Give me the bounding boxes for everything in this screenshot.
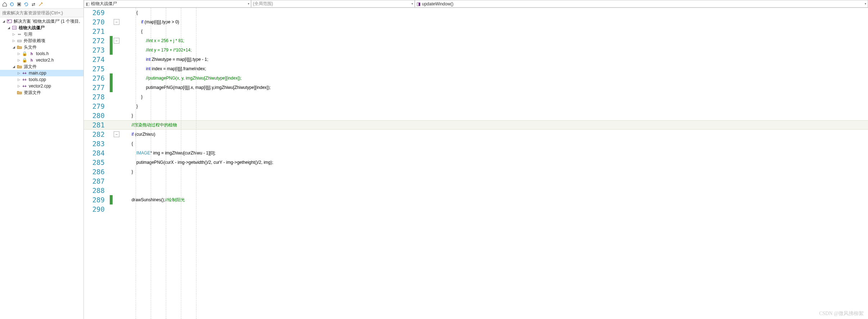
code-line[interactable]: 281 //渲染拖动过程中的植物 [84, 120, 868, 130]
code-text[interactable]: { [121, 141, 133, 146]
code-line[interactable]: 286 } [84, 167, 868, 176]
code-text[interactable]: { [121, 10, 138, 15]
code-editor[interactable]: 269 {270− if (map[i][j].type > 0)271 {27… [84, 8, 868, 319]
code-line[interactable]: 280 } [84, 111, 868, 120]
header-file[interactable]: ▷ 🔒 h vector2.h [0, 57, 83, 63]
folder-icon [17, 64, 22, 69]
code-line[interactable]: 288 [84, 186, 868, 195]
h-file-icon: h [29, 51, 35, 57]
code-text[interactable]: { [121, 29, 142, 34]
project-dropdown[interactable]: ◧ 植物大战僵尸 ▾ [84, 0, 251, 8]
source-file-main[interactable]: ▷ ++ main.cpp [0, 70, 83, 76]
change-indicator [110, 111, 113, 120]
header-file[interactable]: ▷ 🔒 h tools.h [0, 50, 83, 57]
change-indicator [110, 45, 113, 55]
code-line[interactable]: 275 int index = map[i][j].frameIndex; [84, 64, 868, 73]
chevron-right-icon[interactable]: ▷ [17, 84, 21, 88]
code-text[interactable]: } [121, 104, 138, 109]
line-number: 270 [84, 18, 110, 26]
function-dropdown[interactable]: ◨ updateWindow() ▾ [415, 0, 868, 8]
fold-toggle[interactable]: − [114, 38, 119, 44]
change-indicator [110, 8, 113, 17]
code-text[interactable]: } [121, 113, 133, 118]
code-text[interactable]: if (map[i][j].type > 0) [121, 19, 179, 24]
chevron-down-icon: ▾ [412, 2, 413, 5]
source-file[interactable]: ▷ ++ vector2.cpp [0, 83, 83, 89]
chevron-right-icon[interactable]: ▷ [12, 39, 16, 43]
code-line[interactable]: 285 putimagePNG(curX - img->getwidth()/2… [84, 158, 868, 167]
headers-folder[interactable]: ◢ 头文件 [0, 44, 83, 50]
code-text[interactable]: int Zhiwutype = map[i][j].type - 1; [121, 57, 208, 62]
chevron-right-icon[interactable]: ▷ [17, 51, 21, 56]
headers-label: 头文件 [24, 44, 37, 50]
code-text[interactable]: drawSunshines();//绘制阳光 [121, 197, 185, 203]
change-indicator [110, 139, 113, 148]
sync-icon[interactable] [16, 1, 22, 8]
code-line[interactable]: 272− //int x = 256 + j * 81; [84, 36, 868, 45]
code-line[interactable]: 290 [84, 205, 868, 214]
fold-toggle[interactable]: − [114, 19, 119, 25]
solution-node[interactable]: ◢ 解决方案 '植物大战僵尸' (1 个项目, [0, 18, 83, 24]
code-line[interactable]: 278 } [84, 92, 868, 102]
back-icon[interactable] [9, 1, 15, 8]
code-text[interactable]: if (curZhiwu) [121, 132, 155, 137]
code-text[interactable]: } [121, 169, 133, 174]
search-box[interactable] [0, 9, 83, 17]
lock-icon: 🔒 [22, 57, 27, 63]
code-line[interactable]: 271 { [84, 27, 868, 36]
svg-rect-7 [18, 40, 22, 42]
search-input[interactable] [2, 10, 81, 15]
project-node[interactable]: ◢ ++ 植物大战僵尸 [0, 24, 83, 31]
chevron-right-icon[interactable]: ▷ [12, 32, 16, 36]
watermark: CSDN @微风拂柳絮 [819, 310, 864, 317]
lock-icon: 🔒 [22, 51, 27, 57]
code-line[interactable]: 283 { [84, 139, 868, 148]
line-number: 284 [84, 149, 110, 157]
navigation-bar: ◧ 植物大战僵尸 ▾ (全局范围) ▾ ◨ updateWindow() ▾ [84, 0, 868, 8]
properties-icon[interactable] [37, 1, 44, 8]
code-text[interactable]: putimagePNG(map[i][j].x, map[i][j].y,img… [121, 85, 271, 90]
home-icon[interactable] [1, 1, 8, 8]
change-indicator [110, 36, 113, 45]
references-node[interactable]: ▷ ▫▫ 引用 [0, 31, 83, 37]
code-line[interactable]: 277 putimagePNG(map[i][j].x, map[i][j].y… [84, 83, 868, 92]
code-line[interactable]: 269 { [84, 8, 868, 17]
code-text[interactable]: int index = map[i][j].frameIndex; [121, 66, 206, 71]
collapse-icon[interactable]: ⇄ [30, 1, 37, 8]
refresh-icon[interactable] [23, 1, 29, 8]
code-line[interactable]: 282− if (curZhiwu) [84, 130, 868, 139]
code-line[interactable]: 284 IMAGE* img = imgZhiwu[curZhiwu - 1][… [84, 148, 868, 158]
solution-tree[interactable]: ◢ 解决方案 '植物大战僵尸' (1 个项目, ◢ ++ 植物大战僵尸 ▷ ▫▫… [0, 17, 83, 319]
code-line[interactable]: 276 //putimagePNG(x, y, imgZhiwu[Zhiwuty… [84, 73, 868, 83]
chevron-right-icon[interactable]: ▷ [17, 77, 21, 82]
chevron-right-icon[interactable]: ▷ [17, 71, 21, 75]
chevron-down-icon[interactable]: ◢ [6, 26, 11, 30]
source-file[interactable]: ▷ ++ tools.cpp [0, 76, 83, 83]
chevron-right-icon[interactable]: ▷ [17, 58, 21, 62]
external-icon [17, 38, 22, 44]
code-text[interactable]: } [121, 94, 142, 99]
line-number: 276 [84, 74, 110, 82]
scope-dropdown[interactable]: (全局范围) ▾ [251, 0, 415, 8]
code-text[interactable]: putimagePNG(curX - img->getwidth()/2, cu… [121, 160, 273, 165]
code-text[interactable]: IMAGE* img = imgZhiwu[curZhiwu - 1][0]; [121, 150, 215, 156]
code-line[interactable]: 279 } [84, 102, 868, 111]
code-text[interactable]: //渲染拖动过程中的植物 [121, 122, 177, 128]
chevron-down-icon[interactable]: ◢ [1, 19, 6, 23]
chevron-down-icon[interactable]: ◢ [12, 64, 16, 69]
resources-folder[interactable]: ▷ 资源文件 [0, 89, 83, 96]
code-line[interactable]: 273 //int y = 179 + i*102+14; [84, 45, 868, 55]
solution-icon [6, 18, 12, 24]
code-line[interactable]: 274 int Zhiwutype = map[i][j].type - 1; [84, 55, 868, 64]
code-line[interactable]: 289 drawSunshines();//绘制阳光 [84, 195, 868, 205]
change-indicator [110, 158, 113, 167]
code-line[interactable]: 270− if (map[i][j].type > 0) [84, 17, 868, 27]
sources-folder[interactable]: ◢ 源文件 [0, 63, 83, 70]
folder-icon [17, 44, 22, 50]
code-line[interactable]: 287 [84, 176, 868, 186]
external-deps-node[interactable]: ▷ 外部依赖项 [0, 37, 83, 44]
code-text[interactable]: //int x = 256 + j * 81; [121, 38, 184, 43]
line-number: 273 [84, 46, 110, 54]
fold-toggle[interactable]: − [114, 131, 119, 137]
chevron-down-icon[interactable]: ◢ [12, 45, 16, 49]
